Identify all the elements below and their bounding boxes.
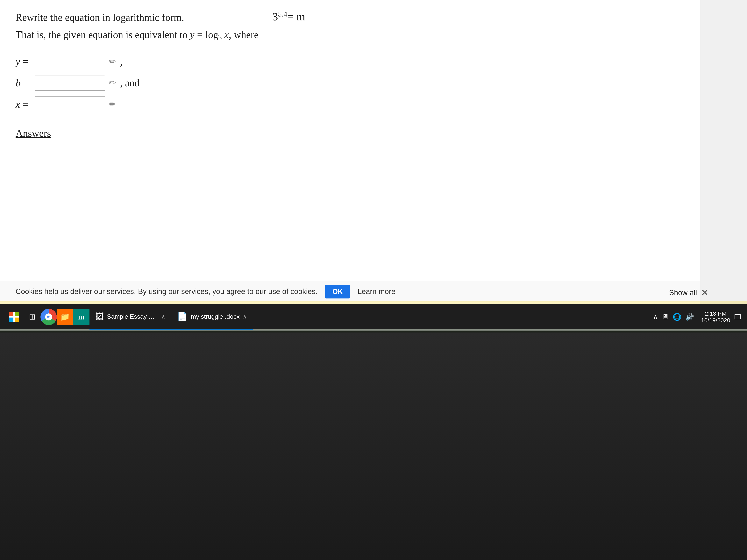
heic-file-label: Sample Essay Firs....HEIC [107, 313, 158, 320]
problem-text: Rewrite the equation in logarithmic form… [16, 12, 685, 23]
y-comma: , [120, 56, 123, 67]
clock-time: 2:13 PM [705, 310, 727, 317]
x-label: x = [16, 99, 31, 110]
y-input[interactable] [35, 54, 105, 69]
ok-button[interactable]: OK [325, 285, 350, 298]
y-pencil-icon[interactable]: ✏ [109, 56, 116, 66]
equivalent-text: That is, the given equation is equivalen… [16, 29, 685, 42]
taskbar-right: ∧ 🖥 🌐 🔊 2:13 PM 10/19/2020 🗖 [653, 310, 747, 324]
laptop-screen: 35.4= m Rewrite the equation in logarith… [0, 0, 747, 330]
b-input[interactable] [35, 75, 105, 90]
clock-date: 10/19/2020 [701, 317, 730, 324]
close-notification-button[interactable]: ✕ [701, 288, 708, 298]
equation-base: 3 [272, 10, 278, 23]
metro-icon[interactable]: m [73, 309, 89, 325]
x-input[interactable] [35, 97, 105, 112]
display-icon[interactable]: 🖥 [662, 313, 669, 321]
windows-start-button[interactable] [6, 309, 22, 325]
taskbar-item-heic[interactable]: 🖼 Sample Essay Firs....HEIC ∧ [89, 304, 171, 329]
notification-area: Show all ✕ [669, 288, 708, 298]
equation-exp: 5.4 [278, 10, 287, 18]
task-view-button[interactable]: ⊞ [24, 309, 41, 325]
b-comma: , and [120, 77, 140, 89]
chevron-up-icon[interactable]: ∧ [653, 313, 658, 321]
b-label: b = [16, 77, 31, 89]
network-icon[interactable]: 🌐 [673, 313, 681, 321]
b-input-row: b = ✏ , and [16, 75, 685, 90]
y-input-row: y = ✏ , [16, 54, 685, 69]
x-input-row: x = ✏ [16, 97, 685, 112]
show-all-button[interactable]: Show all [669, 289, 697, 297]
answers-title: Answers [16, 128, 51, 139]
docx-file-icon: 📄 [177, 312, 188, 322]
docx-chevron-icon: ∧ [243, 314, 247, 320]
clock-area[interactable]: 2:13 PM 10/19/2020 [701, 310, 730, 324]
taskbar: ⊞ m 📁 m 🖼 Sample Essay Firs....HEIC ∧ � [0, 304, 747, 329]
chrome-icon[interactable]: m [41, 309, 57, 325]
docx-file-label: my struggle .docx [191, 313, 240, 320]
heic-chevron-icon: ∧ [161, 314, 165, 320]
b-pencil-icon[interactable]: ✏ [109, 78, 116, 88]
notification-icon[interactable]: 🗖 [734, 313, 741, 321]
taskbar-item-docx[interactable]: 📄 my struggle .docx ∧ [171, 304, 253, 329]
file-manager-icon[interactable]: 📁 [57, 309, 73, 325]
answers-section: Answers [16, 128, 685, 139]
equation-rhs: = m [287, 10, 305, 23]
taskbar-left: ⊞ m 📁 m 🖼 Sample Essay Firs....HEIC ∧ � [0, 304, 653, 329]
x-pencil-icon[interactable]: ✏ [109, 99, 116, 109]
learn-more-link[interactable]: Learn more [358, 287, 395, 296]
page-content: 35.4= m Rewrite the equation in logarith… [0, 0, 700, 307]
volume-icon[interactable]: 🔊 [685, 313, 694, 321]
cookie-banner: Cookies help us deliver our services. By… [0, 281, 700, 302]
y-label: y = [16, 56, 31, 67]
laptop-body: ace Esc F1 F2 F3 F4 F5 F6 F7 F8 F9 F10 F… [0, 332, 747, 560]
heic-file-icon: 🖼 [95, 312, 104, 321]
main-equation: 35.4= m [272, 10, 305, 23]
cookie-text: Cookies help us deliver our services. By… [16, 287, 317, 296]
